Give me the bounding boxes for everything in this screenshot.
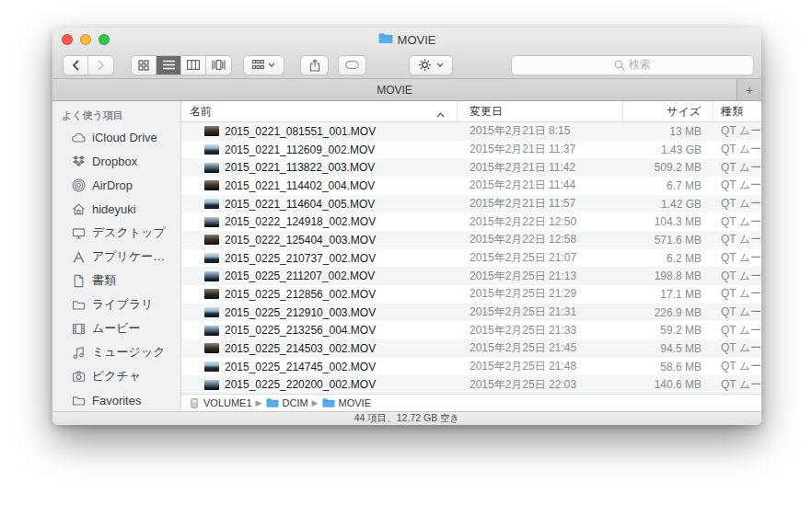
new-tab-button[interactable]: + <box>737 79 761 100</box>
video-thumbnail-icon <box>204 343 219 353</box>
action-menu-button[interactable] <box>409 55 453 75</box>
disk-icon <box>189 397 200 409</box>
sidebar-item-iclouddrive[interactable]: iCloud Drive <box>52 125 180 149</box>
file-size: 6.7 MB <box>623 177 713 195</box>
tags-button[interactable] <box>338 55 366 75</box>
icon-view-button[interactable] <box>132 56 157 75</box>
column-header-date[interactable]: 変更日 <box>458 101 623 121</box>
sidebar-item-[interactable]: ムービー <box>52 316 180 340</box>
file-row[interactable]: 2015_0225_211207_002.MOV2015年2月25日 21:13… <box>181 267 761 285</box>
path-segment-label: DCIM <box>283 397 308 408</box>
column-header-size[interactable]: サイズ <box>623 101 713 121</box>
sidebar-item-[interactable]: アプリケー… <box>52 245 180 269</box>
sidebar-item-[interactable]: デスクトップ <box>52 221 180 245</box>
sidebar-item-label: ライブラリ <box>92 296 154 313</box>
path-segment-label: MOVIE <box>339 397 371 408</box>
file-row[interactable]: 2015_0222_124918_002.MOV2015年2月22日 12:50… <box>181 212 761 231</box>
coverflow-view-button[interactable] <box>206 56 231 75</box>
sidebar-item-dropbox[interactable]: Dropbox <box>52 149 180 173</box>
file-name: 2015_0221_113822_003.MOV <box>225 161 375 174</box>
desktop-icon <box>71 226 86 240</box>
title-bar[interactable]: MOVIE <box>52 28 761 52</box>
arrange-icon <box>252 60 264 70</box>
column-header-name[interactable]: 名前 <box>181 101 458 121</box>
file-date: 2015年2月25日 21:29 <box>458 285 623 304</box>
file-name: 2015_0225_214745_002.MOV <box>225 361 376 373</box>
video-thumbnail-icon <box>204 362 219 372</box>
video-thumbnail-icon <box>204 163 219 173</box>
file-row[interactable]: 2015_0221_081551_001.MOV2015年2月21日 8:151… <box>181 122 761 141</box>
file-size: 6.2 MB <box>623 249 713 268</box>
sidebar-item-airdrop[interactable]: AirDrop <box>52 173 180 197</box>
list-view-button[interactable] <box>157 56 181 75</box>
column-view-button[interactable] <box>181 56 206 75</box>
pictures-icon <box>71 370 86 384</box>
file-kind: QT ムービー <box>713 321 761 339</box>
window-title-text: MOVIE <box>398 33 436 47</box>
sidebar-item-[interactable]: ミュージック <box>52 340 180 364</box>
file-date: 2015年2月21日 11:37 <box>458 141 623 159</box>
sidebar-item-label: アプリケー… <box>92 248 165 265</box>
sidebar-item-label: Dropbox <box>92 155 137 168</box>
file-kind: QT ムービー <box>713 177 761 195</box>
sidebar-item-[interactable]: 書類 <box>52 269 180 293</box>
path-segment-dcim[interactable]: DCIM <box>266 397 308 408</box>
video-thumbnail-icon <box>204 199 219 209</box>
path-segment-movie[interactable]: MOVIE <box>322 397 371 408</box>
tab-label: MOVIE <box>377 84 412 97</box>
arrange-menu-button[interactable] <box>243 55 284 75</box>
file-name: 2015_0225_212856_002.MOV <box>225 288 376 301</box>
share-button[interactable] <box>300 55 329 75</box>
search-icon <box>614 60 625 71</box>
search-placeholder: 検索 <box>629 57 651 73</box>
file-name: 2015_0221_114604_005.MOV <box>225 198 375 211</box>
minimize-button[interactable] <box>80 34 91 45</box>
file-row[interactable]: 2015_0225_213256_004.MOV2015年2月25日 21:33… <box>181 321 761 339</box>
file-date: 2015年2月21日 8:15 <box>458 122 623 141</box>
file-row[interactable]: 2015_0221_114604_005.MOV2015年2月21日 11:57… <box>181 195 761 213</box>
sidebar-item-label: 書類 <box>92 272 116 289</box>
sidebar-item-favorites[interactable]: Favorites <box>52 388 180 411</box>
window-title: MOVIE <box>378 32 436 47</box>
file-kind: QT ムービー <box>713 285 761 304</box>
sidebar-item-[interactable]: ピクチャ <box>52 364 180 388</box>
home-icon <box>71 202 86 216</box>
back-button[interactable] <box>64 56 88 75</box>
video-thumbnail-icon <box>204 289 219 299</box>
sidebar-item-[interactable]: ライブラリ <box>52 293 180 316</box>
file-size: 198.8 MB <box>623 267 713 285</box>
folder-icon <box>71 298 86 312</box>
path-bar: VOLUME1▶DCIM▶MOVIE <box>181 394 761 411</box>
file-name: 2015_0221_114402_004.MOV <box>225 179 375 192</box>
file-row[interactable]: 2015_0225_212856_002.MOV2015年2月25日 21:29… <box>181 285 761 304</box>
file-row[interactable]: 2015_0222_125404_003.MOV2015年2月22日 12:58… <box>181 231 761 249</box>
file-kind: QT ムービー <box>713 304 761 322</box>
file-row[interactable]: 2015_0225_212910_003.MOV2015年2月25日 21:31… <box>181 304 761 322</box>
zoom-button[interactable] <box>99 34 110 45</box>
folder-icon <box>71 394 86 407</box>
forward-button[interactable] <box>88 56 113 75</box>
sidebar-item-hideyuki[interactable]: hideyuki <box>52 197 180 221</box>
path-separator-icon: ▶ <box>256 398 262 407</box>
file-row[interactable]: 2015_0225_220200_002.MOV2015年2月25日 22:03… <box>181 375 761 394</box>
column-header-kind[interactable]: 種類 <box>713 101 761 121</box>
search-input[interactable]: 検索 <box>511 55 754 75</box>
file-kind: QT ムービー <box>713 231 761 249</box>
video-thumbnail-icon <box>204 271 219 281</box>
file-row[interactable]: 2015_0225_210737_002.MOV2015年2月25日 21:07… <box>181 249 761 268</box>
file-size: 58.6 MB <box>623 358 713 376</box>
path-segment-volume1[interactable]: VOLUME1 <box>189 397 252 409</box>
file-row[interactable]: 2015_0225_214503_002.MOV2015年2月25日 21:45… <box>181 339 761 358</box>
file-row[interactable]: 2015_0221_112609_002.MOV2015年2月21日 11:37… <box>181 141 761 159</box>
tab-movie[interactable]: MOVIE <box>52 79 737 100</box>
video-thumbnail-icon <box>204 180 219 190</box>
file-row[interactable]: 2015_0221_114402_004.MOV2015年2月21日 11:44… <box>181 177 761 195</box>
file-rows: 2015_0221_081551_001.MOV2015年2月21日 8:151… <box>181 122 761 394</box>
file-row[interactable]: 2015_0225_214745_002.MOV2015年2月25日 21:48… <box>181 358 761 376</box>
close-button[interactable] <box>62 34 73 45</box>
video-thumbnail-icon <box>204 253 219 263</box>
file-name: 2015_0225_213256_004.MOV <box>225 324 376 337</box>
file-date: 2015年2月25日 21:48 <box>458 358 623 376</box>
file-date: 2015年2月25日 21:31 <box>458 304 623 322</box>
file-row[interactable]: 2015_0221_113822_003.MOV2015年2月21日 11:42… <box>181 158 761 177</box>
